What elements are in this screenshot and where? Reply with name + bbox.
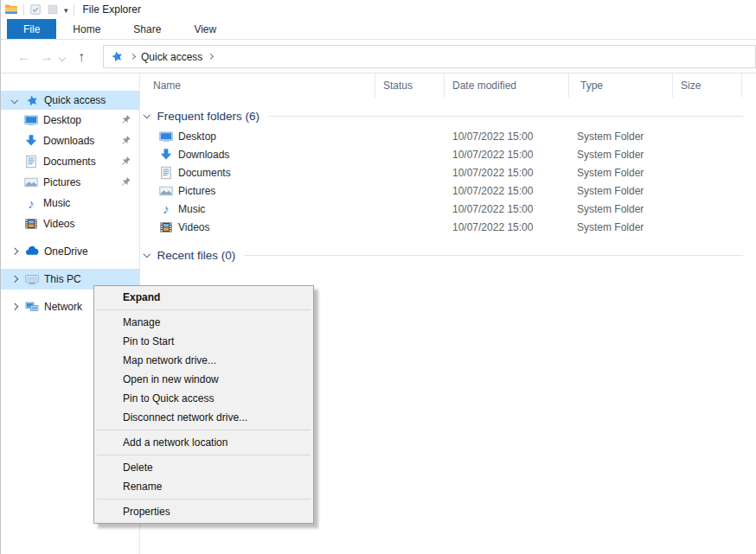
context-menu: Expand Manage Pin to Start Map network d… — [93, 285, 314, 524]
file-name: Documents — [178, 167, 231, 179]
group-label: Frequent folders — [157, 110, 242, 123]
tab-share[interactable]: Share — [117, 19, 177, 39]
menu-item-disconnect-network-drive[interactable]: Disconnect network drive... — [94, 408, 313, 427]
sidebar-item-music[interactable]: ♪ Music — [1, 193, 139, 213]
menu-item-rename[interactable]: Rename — [94, 477, 313, 496]
sidebar-item-label: Quick access — [44, 94, 106, 106]
breadcrumb-chevron-icon[interactable] — [208, 54, 214, 60]
group-divider — [268, 116, 743, 117]
menu-separator — [97, 455, 311, 455]
file-row-videos[interactable]: Videos 10/07/2022 15:00 System Folder — [141, 218, 756, 236]
sidebar-item-label: Downloads — [43, 135, 94, 147]
column-header-date-modified[interactable]: Date modified — [445, 73, 569, 98]
group-count: (6) — [246, 110, 260, 123]
tab-home[interactable]: Home — [56, 19, 117, 39]
downloads-icon — [24, 134, 38, 148]
tab-view[interactable]: View — [177, 19, 233, 39]
group-header-recent-files[interactable]: Recent files (0) — [143, 247, 756, 263]
menu-item-pin-to-quick-access[interactable]: Pin to Quick access — [94, 389, 313, 408]
menu-item-open-in-new-window[interactable]: Open in new window — [94, 370, 313, 389]
menu-item-add-a-network-location[interactable]: Add a network location — [94, 433, 313, 452]
column-header-type[interactable]: Type — [569, 73, 673, 98]
forward-icon[interactable]: → — [35, 50, 58, 64]
chevron-down-icon[interactable] — [144, 111, 151, 118]
sidebar-item-label: Network — [44, 301, 82, 313]
menu-item-map-network-drive[interactable]: Map network drive... — [94, 351, 313, 370]
group-divider — [244, 255, 743, 256]
pin-icon — [121, 156, 131, 169]
pictures-icon — [24, 175, 38, 189]
navigation-bar: ← → ↑ Quick access — [1, 41, 756, 73]
desktop-icon — [159, 130, 173, 143]
sidebar-item-videos[interactable]: Videos — [1, 213, 139, 234]
menu-item-pin-to-start[interactable]: Pin to Start — [94, 332, 313, 351]
up-icon[interactable]: ↑ — [70, 50, 93, 64]
sidebar-item-label: Pictures — [43, 176, 80, 188]
file-date-modified: 10/07/2022 15:00 — [445, 185, 569, 197]
ribbon-tab-bar: File Home Share View — [1, 19, 756, 40]
file-row-music[interactable]: ♪Music 10/07/2022 15:00 System Folder — [141, 200, 756, 218]
breadcrumb-quick-access[interactable]: Quick access — [141, 51, 202, 63]
back-icon[interactable]: ← — [13, 50, 35, 64]
customize-toolbar-caret-icon[interactable]: ▾ — [64, 7, 68, 15]
column-header-size[interactable]: Size — [673, 73, 742, 98]
chevron-right-icon[interactable] — [9, 277, 20, 282]
group-label: Recent files — [157, 249, 219, 262]
file-type: System Folder — [569, 203, 673, 215]
group-header-frequent-folders[interactable]: Frequent folders (6) — [143, 108, 756, 124]
chevron-down-icon[interactable] — [144, 251, 151, 258]
file-name: Desktop — [178, 131, 216, 143]
chevron-down-icon[interactable] — [9, 98, 20, 103]
recent-locations-chevron-icon[interactable] — [60, 51, 65, 63]
tab-file-label: File — [23, 23, 40, 35]
sidebar-item-label: Documents — [43, 156, 96, 168]
sidebar-item-pictures[interactable]: Pictures — [1, 172, 139, 193]
pictures-icon — [159, 184, 173, 198]
menu-item-delete[interactable]: Delete — [94, 458, 313, 477]
file-name: Music — [178, 203, 205, 215]
file-date-modified: 10/07/2022 15:00 — [445, 203, 569, 215]
column-headers: Name Status Date modified Type Size — [141, 73, 756, 98]
sidebar-item-documents[interactable]: Documents — [1, 151, 139, 172]
file-type: System Folder — [569, 149, 673, 161]
file-date-modified: 10/07/2022 15:00 — [445, 149, 569, 161]
chevron-right-icon[interactable] — [9, 249, 20, 254]
sidebar-item-downloads[interactable]: Downloads — [1, 131, 139, 151]
menu-item-manage[interactable]: Manage — [94, 313, 313, 332]
sidebar-item-label: Videos — [43, 218, 74, 230]
file-date-modified: 10/07/2022 15:00 — [445, 131, 569, 143]
chevron-right-icon[interactable] — [9, 304, 20, 309]
sidebar-item-onedrive[interactable]: OneDrive — [1, 241, 139, 262]
file-name: Videos — [178, 221, 209, 233]
sidebar-item-desktop[interactable]: Desktop — [1, 110, 139, 131]
group-count: (0) — [221, 249, 236, 262]
quick-access-star-icon[interactable] — [111, 50, 125, 64]
pin-icon — [121, 135, 131, 148]
new-folder-quick-access-icon[interactable] — [47, 3, 59, 16]
tab-file[interactable]: File — [7, 19, 56, 39]
sidebar-item-label: Music — [43, 197, 70, 209]
desktop-icon — [24, 113, 38, 127]
file-row-pictures[interactable]: Pictures 10/07/2022 15:00 System Folder — [141, 181, 756, 200]
menu-item-expand[interactable]: Expand — [94, 288, 313, 307]
file-date-modified: 10/07/2022 15:00 — [445, 221, 569, 233]
column-header-label: Type — [580, 80, 603, 92]
sidebar-item-label: Desktop — [43, 114, 81, 126]
titlebar-separator — [23, 3, 24, 16]
window-title: File Explorer — [83, 3, 141, 16]
column-header-name[interactable]: Name — [141, 73, 375, 98]
column-header-status[interactable]: Status — [375, 73, 445, 98]
breadcrumb-chevron-icon[interactable] — [130, 54, 136, 60]
sidebar-item-quick-access[interactable]: Quick access — [1, 91, 139, 110]
address-bar[interactable]: Quick access — [103, 45, 756, 68]
file-row-downloads[interactable]: Downloads 10/07/2022 15:00 System Folder — [141, 145, 756, 163]
column-header-label: Name — [153, 80, 181, 92]
file-row-desktop[interactable]: Desktop 10/07/2022 15:00 System Folder — [141, 127, 756, 145]
menu-item-properties[interactable]: Properties — [94, 502, 313, 521]
file-type: System Folder — [569, 221, 673, 233]
sidebar-item-label: OneDrive — [44, 245, 88, 258]
file-type: System Folder — [569, 131, 673, 143]
properties-quick-access-icon[interactable] — [29, 3, 42, 16]
file-row-documents[interactable]: Documents 10/07/2022 15:00 System Folder — [141, 163, 756, 181]
file-date-modified: 10/07/2022 15:00 — [445, 167, 569, 179]
